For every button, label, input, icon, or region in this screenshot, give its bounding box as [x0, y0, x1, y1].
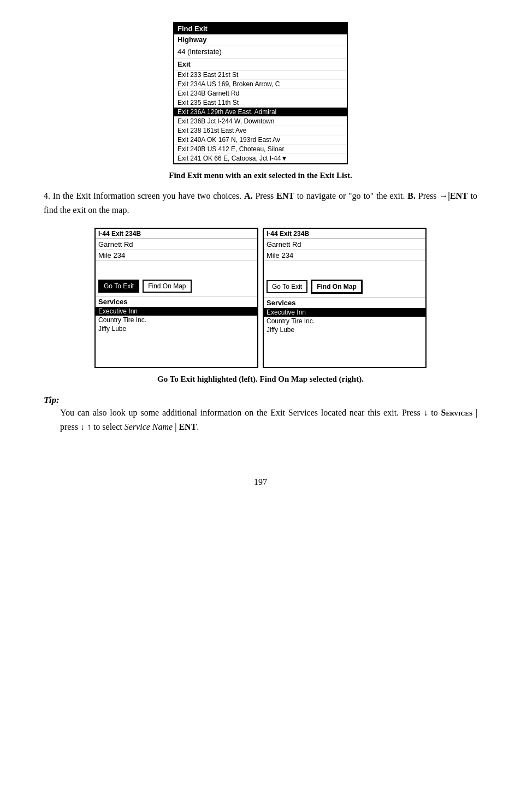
list-item: Exit 233 East 21st St — [174, 70, 347, 80]
right-find-on-map-button[interactable]: Find On Map — [311, 280, 363, 294]
left-panel-mile: Mile 234 — [96, 250, 257, 261]
body-a-label: A. — [244, 191, 253, 200]
tip-service-name-italic: Service Name — [125, 422, 173, 431]
left-panel-buttons: Go To Exit Find On Map — [96, 276, 257, 296]
highway-value: 44 (Interstate) — [174, 45, 347, 58]
tip-services-bold: Services — [441, 408, 472, 417]
list-item: Exit 240A OK 167 N, 193rd East Av — [174, 135, 347, 145]
right-panel-bottom — [264, 334, 425, 367]
right-panel-spacer — [264, 265, 425, 276]
list-item: Exit 236B Jct I-244 W, Downtown — [174, 117, 347, 126]
highway-label: Highway — [174, 34, 347, 45]
find-exit-caption: Find Exit menu with an exit selected in … — [44, 171, 477, 180]
left-go-to-exit-button[interactable]: Go To Exit — [98, 280, 139, 293]
right-panel-mile: Mile 234 — [264, 250, 425, 261]
left-service-item-3: Jiffy Lube — [96, 324, 257, 333]
tip-text-part1: You can also look up some additional inf… — [60, 408, 424, 417]
tip-separator2: | — [173, 422, 179, 431]
right-panel-road: Garnett Rd — [264, 239, 425, 250]
left-service-item-2: Country Tire Inc. — [96, 316, 257, 324]
ent-label-1: ENT — [276, 191, 294, 200]
body-a-text: Press — [253, 191, 276, 200]
list-item-highlighted[interactable]: Exit 236A 129th Ave East, Admiral — [174, 108, 347, 117]
tip-ent-bold: ENT — [179, 422, 197, 431]
left-panel-road: Garnett Rd — [96, 239, 257, 250]
right-service-item-1[interactable]: Executive Inn — [264, 308, 425, 317]
panels-container: I-44 Exit 234B Garnett Rd Mile 234 Go To… — [44, 228, 477, 368]
tip-down-arrow: ↓ — [424, 408, 428, 417]
list-item: Exit 238 161st East Ave — [174, 126, 347, 135]
tip-label: Tip: — [44, 395, 60, 405]
exit-label: Exit — [174, 58, 347, 70]
left-exit-panel: I-44 Exit 234B Garnett Rd Mile 234 Go To… — [94, 228, 258, 368]
right-go-to-exit-button[interactable]: Go To Exit — [267, 280, 307, 293]
body-b-label: B. — [407, 191, 416, 200]
tip-arrows: ↓ ↑ — [80, 422, 91, 431]
arrow-ent-label: →|ENT — [439, 191, 467, 200]
body-b-text: Press — [416, 191, 439, 200]
list-item: Exit 235 East 11th St — [174, 98, 347, 108]
list-item: Exit 234B Garnett Rd — [174, 89, 347, 98]
tip-text-to-select: to select — [91, 422, 125, 431]
left-panel-title: I-44 Exit 234B — [96, 229, 257, 239]
find-exit-screenshot-container: Find Exit Highway 44 (Interstate) Exit E… — [44, 22, 477, 164]
left-panel-spacer — [96, 265, 257, 276]
list-item: Exit 240B US 412 E, Choteau, Siloar — [174, 145, 347, 154]
screen-title-bar: Find Exit — [174, 23, 347, 34]
left-services-label: Services — [96, 296, 257, 307]
list-item: Exit 241 OK 66 E, Catoosa, Jct I-44▼ — [174, 154, 347, 163]
panels-caption: Go To Exit highlighted (left). Find On M… — [44, 375, 477, 384]
tip-section: Tip: You can also look up some additiona… — [44, 395, 477, 434]
body-paragraph: 4. In the Exit Information screen you ha… — [44, 189, 477, 217]
left-service-item-1[interactable]: Executive Inn — [96, 307, 257, 316]
body-text-part1: 4. In the Exit Information screen you ha… — [44, 191, 244, 200]
find-exit-screen: Find Exit Highway 44 (Interstate) Exit E… — [173, 22, 348, 164]
page-content: Find Exit Highway 44 (Interstate) Exit E… — [44, 22, 477, 487]
exit-list: Exit 233 East 21st St Exit 234A US 169, … — [174, 70, 347, 163]
right-services-label: Services — [264, 297, 425, 308]
left-panel-bottom — [96, 333, 257, 366]
right-service-item-3: Jiffy Lube — [264, 325, 425, 334]
page-number: 197 — [44, 477, 477, 487]
body-a-text2: to navigate or "go to" the exit. — [294, 191, 407, 200]
right-panel-title: I-44 Exit 234B — [264, 229, 425, 239]
tip-period: . — [197, 422, 199, 431]
tip-text-to-services: to — [428, 408, 441, 417]
list-item: Exit 234A US 169, Broken Arrow, C — [174, 80, 347, 89]
right-exit-panel: I-44 Exit 234B Garnett Rd Mile 234 Go To… — [263, 228, 427, 368]
right-service-item-2: Country Tire Inc. — [264, 317, 425, 325]
tip-text: You can also look up some additional inf… — [60, 406, 477, 434]
left-find-on-map-button[interactable]: Find On Map — [143, 280, 191, 293]
right-panel-buttons: Go To Exit Find On Map — [264, 276, 425, 297]
